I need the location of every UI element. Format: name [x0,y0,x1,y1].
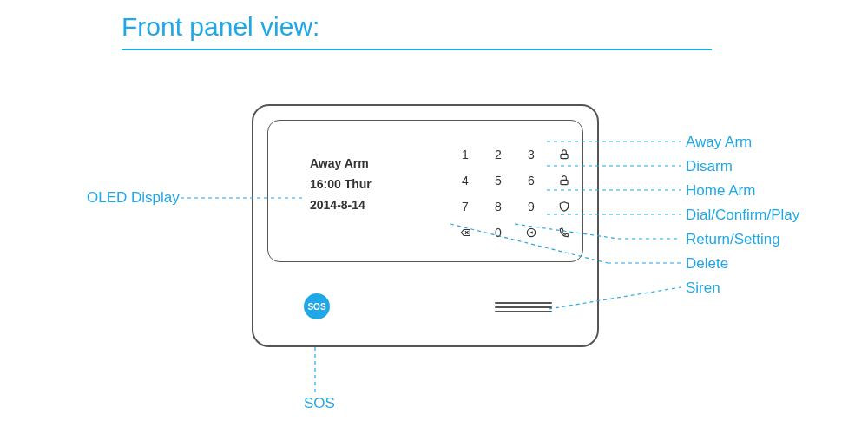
callout-oled-display: OLED Display [87,189,180,207]
callout-home-arm: Home Arm [686,182,755,200]
title-underline [122,49,712,50]
key-2[interactable]: 2 [495,148,502,161]
key-3[interactable]: 3 [528,148,535,161]
dial-icon[interactable] [558,227,570,239]
callout-sos: SOS [304,395,335,412]
siren-grill-icon [495,302,552,312]
key-0[interactable]: 0 [495,226,502,240]
display-line-1: Away Arm [310,154,441,174]
delete-icon[interactable] [459,227,471,239]
key-7[interactable]: 7 [462,200,469,214]
key-5[interactable]: 5 [495,174,502,187]
lock-closed-icon[interactable] [558,148,570,161]
svg-rect-1 [561,180,568,184]
keypad: 1 2 3 4 5 6 7 8 9 0 [452,143,577,244]
device-outline: Away Arm 16:00 Thur 2014-8-14 1 2 3 4 5 … [252,104,599,347]
device-screen: Away Arm 16:00 Thur 2014-8-14 1 2 3 4 5 … [267,120,583,262]
oled-display: Away Arm 16:00 Thur 2014-8-14 [268,121,441,261]
key-6[interactable]: 6 [528,174,535,187]
key-8[interactable]: 8 [495,200,502,214]
sos-button[interactable]: SOS [304,293,330,319]
display-line-2: 16:00 Thur [310,174,441,195]
lock-open-icon[interactable] [558,174,570,187]
key-9[interactable]: 9 [528,200,535,214]
callout-away-arm: Away Arm [686,134,752,151]
callout-delete: Delete [686,255,728,273]
callout-dial: Dial/Confirm/Play [686,207,799,224]
callout-return: Return/Setting [686,231,780,248]
return-icon[interactable] [525,227,537,239]
section-title: Front panel view: [122,12,319,42]
callout-siren: Siren [686,279,720,297]
key-4[interactable]: 4 [462,174,469,187]
callout-disarm: Disarm [686,158,733,175]
svg-rect-0 [561,154,568,158]
home-shield-icon[interactable] [558,201,570,213]
display-line-3: 2014-8-14 [310,195,441,216]
key-1[interactable]: 1 [462,148,469,161]
